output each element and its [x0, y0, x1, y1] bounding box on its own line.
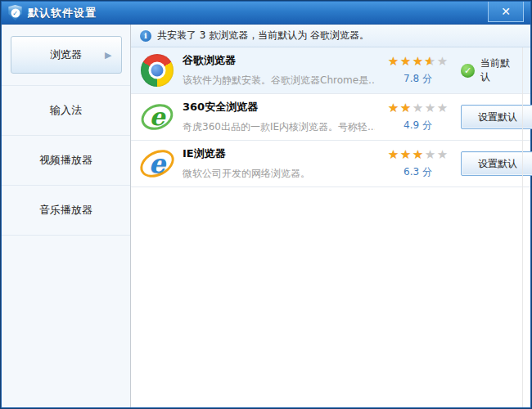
star-icon: ★★ — [399, 148, 412, 161]
browser-info: 360安全浏览器 奇虎360出品的一款IE内核浏览器。号称轻... — [183, 100, 375, 134]
info-text: 共安装了 3 款浏览器，当前默认为 谷歌浏览器。 — [157, 29, 369, 43]
rating-block: ★★★★★★★★★★ 6.3 分 — [375, 148, 461, 179]
browser-name: 360安全浏览器 — [183, 100, 375, 115]
close-icon: ✕ — [501, 5, 511, 18]
star-icon: ★★ — [424, 101, 436, 115]
sidebar-item-browser[interactable]: 浏览器 ▶ — [2, 25, 130, 86]
action-area: 设置默认 — [461, 151, 532, 176]
browser-row-chrome: 谷歌浏览器 该软件为静默安装。谷歌浏览器Chrome是... ★★★★★★★★★… — [131, 47, 530, 94]
ie-browser-icon: e — [141, 147, 174, 180]
score-label: 4.9 分 — [375, 119, 461, 133]
star-icon: ★★ — [436, 55, 449, 68]
browser-list: 谷歌浏览器 该软件为静默安装。谷歌浏览器Chrome是... ★★★★★★★★★… — [131, 47, 530, 407]
star-icon: ★★ — [424, 148, 436, 161]
360-browser-icon: e — [141, 101, 174, 133]
rating-block: ★★★★★★★★★★ 7.8 分 — [375, 55, 461, 86]
sidebar-item-label: 视频播放器 — [39, 153, 92, 168]
sidebar-selected-box: 浏览器 ▶ — [11, 36, 122, 74]
star-icon: ★★ — [399, 55, 412, 68]
score-label: 7.8 分 — [375, 72, 461, 86]
browser-row-360: e 360安全浏览器 奇虎360出品的一款IE内核浏览器。号称轻... ★★★★… — [131, 94, 530, 141]
sidebar-item-label: 音乐播放器 — [39, 203, 92, 218]
sidebar-item-label: 浏览器 — [50, 47, 82, 62]
sidebar-item-input-method[interactable]: 输入法 — [2, 86, 130, 136]
star-icon: ★★ — [412, 148, 424, 161]
browser-description: 微软公司开发的网络浏览器。 — [183, 167, 375, 181]
star-rating: ★★★★★★★★★★ — [375, 148, 461, 161]
browser-name: 谷歌浏览器 — [183, 53, 375, 68]
set-default-button[interactable]: 设置默认 — [461, 151, 532, 176]
sidebar-item-music-player[interactable]: 音乐播放器 — [2, 186, 130, 236]
star-icon: ★★ — [436, 148, 449, 161]
star-icon: ★★ — [387, 148, 399, 161]
titlebar: ✓ 默认软件设置 ✕ — [2, 2, 530, 25]
window-title: 默认软件设置 — [28, 6, 97, 20]
star-icon: ★★ — [412, 101, 424, 115]
sidebar: 浏览器 ▶ 输入法 视频播放器 音乐播放器 — [2, 25, 131, 407]
sidebar-item-label: 输入法 — [50, 103, 82, 118]
star-rating: ★★★★★★★★★★ — [375, 101, 461, 115]
info-bar: i 共安装了 3 款浏览器，当前默认为 谷歌浏览器。 — [131, 25, 530, 47]
rating-block: ★★★★★★★★★★ 4.9 分 — [375, 101, 461, 133]
browser-info: 谷歌浏览器 该软件为静默安装。谷歌浏览器Chrome是... — [183, 53, 375, 88]
star-icon: ★★ — [387, 55, 399, 68]
star-rating: ★★★★★★★★★★ — [375, 55, 461, 68]
browser-name: IE浏览器 — [183, 146, 375, 161]
sidebar-item-video-player[interactable]: 视频播放器 — [2, 136, 130, 186]
current-default-badge: ✓ 当前默认 — [461, 56, 516, 84]
info-icon: i — [140, 30, 151, 42]
close-button[interactable]: ✕ — [488, 2, 524, 22]
action-area: ✓ 当前默认 — [461, 56, 516, 84]
main-panel: i 共安装了 3 款浏览器，当前默认为 谷歌浏览器。 谷歌浏览器 该软件为静默安… — [131, 25, 530, 407]
shield-check-icon: ✓ — [11, 8, 20, 17]
star-icon: ★★ — [436, 101, 449, 115]
browser-description: 奇虎360出品的一款IE内核浏览器。号称轻... — [183, 120, 375, 134]
action-area: 设置默认 — [461, 105, 532, 129]
star-icon: ★★ — [387, 101, 399, 115]
current-default-label: 当前默认 — [480, 56, 516, 84]
star-icon: ★★ — [424, 55, 436, 68]
browser-description: 该软件为静默安装。谷歌浏览器Chrome是... — [183, 74, 375, 88]
settings-window: ✓ 默认软件设置 ✕ 浏览器 ▶ 输入法 视频播放器 音乐播放器 — [0, 0, 532, 409]
app-shield-icon: ✓ — [8, 5, 22, 20]
chevron-right-icon: ▶ — [105, 50, 111, 61]
check-circle-icon: ✓ — [461, 64, 475, 78]
browser-row-ie: e IE浏览器 微软公司开发的网络浏览器。 ★★★★★★★★★★ 6.3 分 设… — [131, 141, 530, 187]
chrome-icon — [141, 54, 174, 87]
app-body: 浏览器 ▶ 输入法 视频播放器 音乐播放器 i 共安装了 3 款浏览器，当前默认… — [2, 25, 530, 407]
star-icon: ★★ — [399, 101, 412, 115]
browser-info: IE浏览器 微软公司开发的网络浏览器。 — [183, 146, 375, 181]
star-icon: ★★ — [412, 55, 424, 68]
score-label: 6.3 分 — [375, 165, 461, 179]
set-default-button[interactable]: 设置默认 — [461, 105, 532, 129]
